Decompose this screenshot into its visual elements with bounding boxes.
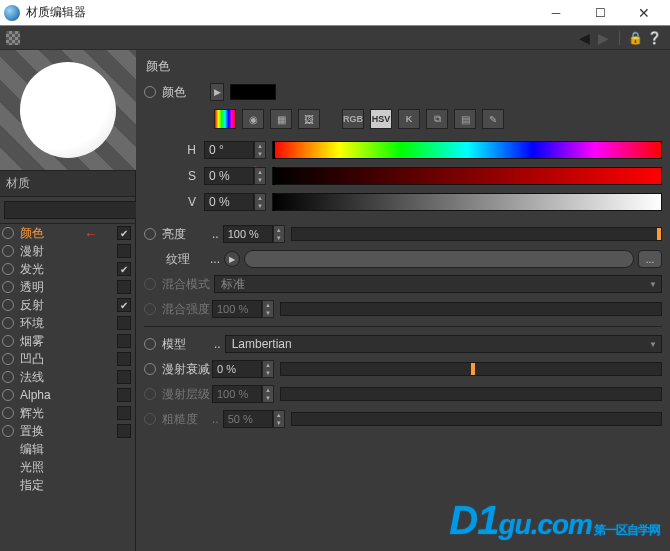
brightness-spinner[interactable]: ▲▼ xyxy=(273,225,285,243)
channel-checkbox[interactable] xyxy=(117,334,131,348)
channel-checkbox[interactable] xyxy=(117,352,131,366)
lock-icon[interactable]: 🔒 xyxy=(628,31,643,45)
channel-ring-icon xyxy=(2,371,14,383)
param-ring-icon[interactable] xyxy=(144,338,156,350)
hue-spinner[interactable]: ▲▼ xyxy=(254,141,266,159)
param-ring-icon[interactable] xyxy=(144,86,156,98)
channel-row-漫射[interactable]: 漫射 xyxy=(0,242,135,260)
channel-row-环境[interactable]: 环境 xyxy=(0,314,135,332)
channel-row-Alpha[interactable]: Alpha xyxy=(0,386,135,404)
hue-input[interactable]: 0 ° xyxy=(204,141,254,159)
channel-checkbox[interactable] xyxy=(117,388,131,402)
roughness-spinner: ▲▼ xyxy=(273,410,285,428)
brightness-label: 亮度 xyxy=(162,226,212,243)
channel-checkbox[interactable] xyxy=(117,370,131,384)
swatch-grid-icon[interactable]: ▤ xyxy=(454,109,476,129)
sat-input[interactable]: 0 % xyxy=(204,167,254,185)
channel-checkbox[interactable] xyxy=(117,280,131,294)
color-expand-button[interactable]: ▶ xyxy=(210,83,224,101)
k-mode-button[interactable]: K xyxy=(398,109,420,129)
help-icon[interactable]: ❔ xyxy=(647,31,662,45)
material-preview[interactable] xyxy=(0,50,136,170)
layers-spinner: ▲▼ xyxy=(262,385,274,403)
blendstrength-input: 100 % xyxy=(212,300,262,318)
param-ring-icon[interactable] xyxy=(144,228,156,240)
channel-checkbox[interactable]: ✔ xyxy=(117,298,131,312)
texture-browse-button[interactable]: ... xyxy=(638,250,662,268)
val-spinner[interactable]: ▲▼ xyxy=(254,193,266,211)
channel-row-烟雾[interactable]: 烟雾 xyxy=(0,332,135,350)
val-slider[interactable] xyxy=(272,193,662,211)
channel-ring-icon xyxy=(2,389,14,401)
model-select[interactable]: Lambertian▼ xyxy=(225,335,662,353)
channel-ring-icon xyxy=(2,263,14,275)
channel-row-发光[interactable]: 发光✔ xyxy=(0,260,135,278)
eyedropper-icon[interactable]: ✎ xyxy=(482,109,504,129)
nav-back-icon[interactable]: ◀ xyxy=(579,30,590,46)
annotation-arrow-icon: ← xyxy=(84,226,98,242)
param-ring-icon xyxy=(144,278,156,290)
channel-label: 发光 xyxy=(18,261,113,278)
left-panel: 材质 › 颜色✔←漫射发光✔透明反射✔环境烟雾凹凸法线Alpha辉光置换编辑光照… xyxy=(0,50,136,551)
brightness-slider[interactable] xyxy=(291,227,662,241)
image-picker-icon[interactable]: 🖼 xyxy=(298,109,320,129)
channel-row-颜色[interactable]: 颜色✔← xyxy=(0,224,135,242)
val-input[interactable]: 0 % xyxy=(204,193,254,211)
channel-checkbox[interactable]: ✔ xyxy=(117,226,131,240)
maximize-button[interactable]: ☐ xyxy=(578,0,622,26)
brightness-input[interactable]: 100 % xyxy=(223,225,273,243)
layers-input: 100 % xyxy=(212,385,262,403)
channel-row-编辑[interactable]: 编辑 xyxy=(0,440,135,458)
param-ring-icon[interactable] xyxy=(144,363,156,375)
section-title: 颜色 xyxy=(144,54,662,81)
channel-ring-icon xyxy=(2,335,14,347)
falloff-label: 漫射衰减 xyxy=(162,361,212,378)
channel-checkbox[interactable]: ✔ xyxy=(117,262,131,276)
hsv-mode-button[interactable]: HSV xyxy=(370,109,392,129)
falloff-input[interactable]: 0 % xyxy=(212,360,262,378)
model-label: 模型 xyxy=(162,336,214,353)
mixer-icon[interactable]: ⧉ xyxy=(426,109,448,129)
channel-checkbox[interactable] xyxy=(117,316,131,330)
channel-row-凹凸[interactable]: 凹凸 xyxy=(0,350,135,368)
texture-menu-button[interactable]: ▶ xyxy=(224,251,240,267)
channel-ring-icon xyxy=(2,281,14,293)
material-name[interactable]: 材质 xyxy=(0,170,135,197)
blendstrength-slider xyxy=(280,302,662,316)
spectrum-picker-icon[interactable] xyxy=(214,109,236,129)
search-input[interactable] xyxy=(4,201,150,219)
channel-row-反射[interactable]: 反射✔ xyxy=(0,296,135,314)
minimize-button[interactable]: ─ xyxy=(534,0,578,26)
roughness-slider xyxy=(291,412,662,426)
channel-row-置换[interactable]: 置换 xyxy=(0,422,135,440)
channel-ring-icon xyxy=(2,425,14,437)
nav-fwd-icon[interactable]: ▶ xyxy=(598,30,609,46)
wheel-picker-icon[interactable]: ◉ xyxy=(242,109,264,129)
channel-label: 编辑 xyxy=(18,441,113,458)
channel-checkbox[interactable] xyxy=(117,424,131,438)
hue-slider[interactable] xyxy=(272,141,662,159)
color-swatch[interactable] xyxy=(230,84,276,100)
channel-checkbox[interactable] xyxy=(117,244,131,258)
blendmode-select[interactable]: 标准▼ xyxy=(214,275,662,293)
param-ring-icon xyxy=(144,388,156,400)
channel-row-辉光[interactable]: 辉光 xyxy=(0,404,135,422)
swatches-icon[interactable]: ▦ xyxy=(270,109,292,129)
sat-label: S xyxy=(144,169,204,183)
channel-ring-icon xyxy=(2,407,14,419)
title-bar: 材质编辑器 ─ ☐ ✕ xyxy=(0,0,670,26)
channel-row-光照[interactable]: 光照 xyxy=(0,458,135,476)
falloff-slider[interactable] xyxy=(280,362,662,376)
sat-slider[interactable] xyxy=(272,167,662,185)
sat-spinner[interactable]: ▲▼ xyxy=(254,167,266,185)
close-button[interactable]: ✕ xyxy=(622,0,666,26)
channel-checkbox[interactable] xyxy=(117,406,131,420)
grid-icon[interactable] xyxy=(6,31,20,45)
param-ring-icon xyxy=(144,413,156,425)
rgb-mode-button[interactable]: RGB xyxy=(342,109,364,129)
channel-row-透明[interactable]: 透明 xyxy=(0,278,135,296)
channel-row-指定[interactable]: 指定 xyxy=(0,476,135,494)
texture-field[interactable] xyxy=(244,250,634,268)
falloff-spinner[interactable]: ▲▼ xyxy=(262,360,274,378)
channel-row-法线[interactable]: 法线 xyxy=(0,368,135,386)
